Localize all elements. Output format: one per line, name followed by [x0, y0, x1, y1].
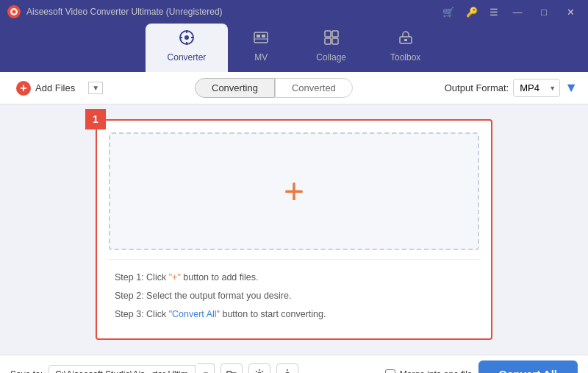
svg-rect-11 — [262, 35, 265, 38]
tab-toolbox-label: Toolbox — [390, 52, 420, 63]
main-content: 1 + Step 1: Click "+" button to add file… — [0, 104, 588, 355]
drop-zone-outer: + Step 1: Click "+" button to add files.… — [96, 119, 492, 340]
step3-click[interactable]: "Convert All" — [169, 309, 220, 319]
format-wrapper: MP4 AVI MOV MKV — [513, 79, 560, 97]
svg-rect-10 — [257, 35, 260, 38]
svg-rect-16 — [332, 38, 338, 44]
svg-rect-14 — [332, 31, 338, 37]
format-select[interactable]: MP4 AVI MOV MKV — [513, 79, 560, 97]
converted-tab[interactable]: Converted — [275, 78, 353, 98]
toolbox-icon — [398, 29, 414, 49]
svg-rect-13 — [325, 31, 331, 37]
tab-converter[interactable]: Converter — [146, 24, 229, 72]
converting-tab[interactable]: Converting — [195, 78, 275, 98]
output-format-label: Output Format: — [445, 82, 509, 93]
output-format-selector: Output Format: MP4 AVI MOV MKV ▼ — [445, 79, 578, 97]
menu-icon[interactable]: ☰ — [487, 5, 501, 19]
instructions: Step 1: Click "+" button to add files. S… — [109, 259, 479, 327]
key-icon[interactable]: 🔑 — [463, 5, 481, 19]
convert-all-button[interactable]: Convert All — [478, 360, 578, 373]
slot-badge: 1 — [85, 109, 106, 129]
titlebar: Aiseesoft Video Converter Ultimate (Unre… — [0, 0, 588, 24]
instruction-step2: Step 2: Select the output format you des… — [115, 287, 473, 305]
collage-icon — [323, 29, 340, 49]
svg-point-2 — [12, 10, 16, 14]
tab-collage-label: Collage — [316, 52, 346, 63]
extra-icon-btn[interactable]: ▼ — [276, 363, 298, 374]
add-plus-icon[interactable]: + — [284, 174, 304, 209]
svg-rect-9 — [254, 32, 268, 43]
close-button[interactable]: ✕ — [560, 4, 581, 19]
tab-collage[interactable]: Collage — [294, 24, 368, 72]
cart-icon[interactable]: 🛒 — [440, 5, 457, 19]
svg-rect-15 — [325, 38, 331, 44]
format-dropdown-arrow[interactable]: ▼ — [564, 80, 578, 96]
tab-mv-label: MV — [254, 52, 268, 63]
titlebar-controls: 🛒 🔑 ☰ — □ ✕ — [440, 4, 581, 19]
drop-zone-inner[interactable]: + — [109, 132, 479, 250]
minimize-button[interactable]: — — [507, 4, 528, 19]
instruction-step3: Step 3: Click "Convert All" button to st… — [115, 305, 473, 324]
titlebar-title: Aiseesoft Video Converter Ultimate (Unre… — [26, 7, 440, 17]
tab-mv[interactable]: MV — [228, 24, 294, 72]
drop-zone-container: 1 + Step 1: Click "+" button to add file… — [96, 119, 492, 340]
folder-icon-btn[interactable] — [220, 363, 243, 374]
bottom-bar: Save to: ▼ ▼ Merge into one file Convert… — [0, 355, 588, 373]
settings-icon-btn[interactable] — [248, 363, 270, 374]
tab-toolbox[interactable]: Toolbox — [368, 24, 442, 72]
merge-checkbox-input[interactable] — [385, 369, 395, 374]
save-path-dropdown[interactable]: ▼ — [198, 363, 215, 374]
svg-rect-18 — [404, 39, 407, 41]
plus-circle-icon: + — [16, 81, 31, 96]
add-files-dropdown[interactable]: ▼ — [88, 82, 103, 94]
tab-pills: Converting Converted — [110, 78, 437, 98]
converter-icon — [179, 29, 195, 49]
nav-tabs: Converter MV Collage — [0, 24, 588, 72]
save-path-input[interactable] — [49, 365, 196, 374]
add-files-label: Add Files — [35, 82, 75, 93]
mv-icon — [253, 29, 269, 49]
add-files-button[interactable]: + Add Files — [10, 78, 81, 99]
tab-converter-label: Converter — [168, 52, 207, 63]
merge-checkbox[interactable]: Merge into one file — [385, 369, 473, 374]
merge-label: Merge into one file — [400, 369, 473, 374]
instruction-step1: Step 1: Click "+" button to add files. — [115, 269, 473, 287]
maximize-button[interactable]: □ — [534, 4, 554, 19]
toolbar: + Add Files ▼ Converting Converted Outpu… — [0, 72, 588, 104]
save-to-label: Save to: — [10, 369, 43, 374]
step1-click[interactable]: "+" — [169, 272, 181, 283]
svg-point-4 — [184, 35, 189, 40]
app-logo — [7, 5, 21, 18]
